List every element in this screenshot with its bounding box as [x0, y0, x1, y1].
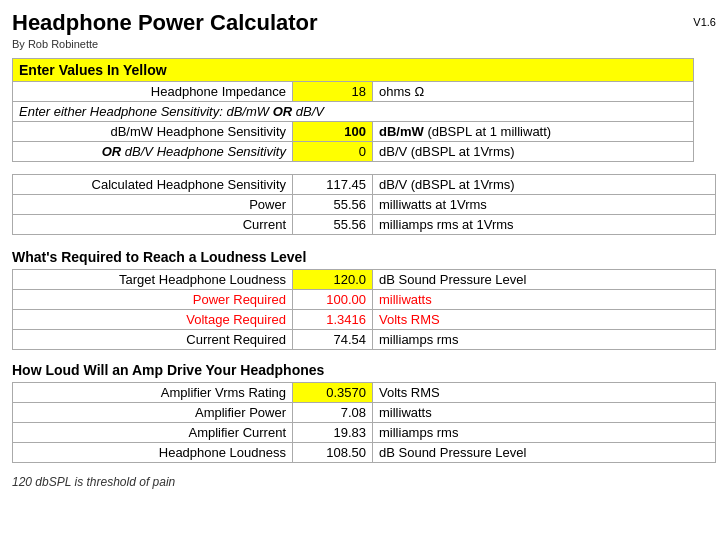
amp-vrms-label: Amplifier Vrms Rating	[13, 383, 293, 403]
impedance-unit: ohms Ω	[373, 82, 694, 102]
calc-sensitivity-value: 117.45	[293, 175, 373, 195]
current-required-unit: milliamps rms	[373, 330, 716, 350]
loudness-table: Target Headphone Loudness 120.0 dB Sound…	[12, 269, 716, 350]
dbv-unit: dB/V (dBSPL at 1Vrms)	[373, 142, 694, 162]
power-unit: milliwatts at 1Vrms	[373, 195, 716, 215]
input-table: Enter Values In Yellow Headphone Impedan…	[12, 58, 716, 162]
voltage-required-label: Voltage Required	[13, 310, 293, 330]
page-title: Headphone Power Calculator	[12, 10, 716, 36]
amp-power-unit: milliwatts	[373, 403, 716, 423]
amp-power-row: Amplifier Power 7.08 milliwatts	[13, 403, 716, 423]
dbv-label: OR dB/V Headphone Sensitivity	[13, 142, 293, 162]
voltage-required-row: Voltage Required 1.3416 Volts RMS	[13, 310, 716, 330]
current-required-row: Current Required 74.54 milliamps rms	[13, 330, 716, 350]
amp-current-value: 19.83	[293, 423, 373, 443]
amp-power-value: 7.08	[293, 403, 373, 423]
voltage-required-unit: Volts RMS	[373, 310, 716, 330]
dbmw-value[interactable]: 100	[293, 122, 373, 142]
dbv-value[interactable]: 0	[293, 142, 373, 162]
headphone-loudness-label: Headphone Loudness	[13, 443, 293, 463]
amp-vrms-row: Amplifier Vrms Rating 0.3570 Volts RMS	[13, 383, 716, 403]
amp-vrms-unit: Volts RMS	[373, 383, 716, 403]
sensitivity-note-row: Enter either Headphone Sensitivity: dB/m…	[13, 102, 716, 122]
amp-current-label: Amplifier Current	[13, 423, 293, 443]
target-loudness-row: Target Headphone Loudness 120.0 dB Sound…	[13, 270, 716, 290]
dbmw-row: dB/mW Headphone Sensitivity 100 dB/mW (d…	[13, 122, 716, 142]
amp-table: Amplifier Vrms Rating 0.3570 Volts RMS A…	[12, 382, 716, 463]
current-row: Current 55.56 milliamps rms at 1Vrms	[13, 215, 716, 235]
power-required-value: 100.00	[293, 290, 373, 310]
amp-current-row: Amplifier Current 19.83 milliamps rms	[13, 423, 716, 443]
current-unit: milliamps rms at 1Vrms	[373, 215, 716, 235]
current-required-label: Current Required	[13, 330, 293, 350]
power-label: Power	[13, 195, 293, 215]
enter-values-header: Enter Values In Yellow	[13, 59, 694, 82]
impedance-value[interactable]: 18	[293, 82, 373, 102]
sensitivity-note: Enter either Headphone Sensitivity: dB/m…	[13, 102, 694, 122]
power-value: 55.56	[293, 195, 373, 215]
target-loudness-label: Target Headphone Loudness	[13, 270, 293, 290]
pain-note: 120 dbSPL is threshold of pain	[12, 475, 716, 489]
amp-power-label: Amplifier Power	[13, 403, 293, 423]
target-loudness-value[interactable]: 120.0	[293, 270, 373, 290]
amp-vrms-value[interactable]: 0.3570	[293, 383, 373, 403]
byline: By Rob Robinette	[12, 38, 716, 50]
amp-current-unit: milliamps rms	[373, 423, 716, 443]
calc-sensitivity-unit: dB/V (dBSPL at 1Vrms)	[373, 175, 716, 195]
headphone-loudness-value: 108.50	[293, 443, 373, 463]
impedance-row: Headphone Impedance 18 ohms Ω	[13, 82, 716, 102]
version-label: V1.6	[693, 16, 716, 28]
target-loudness-unit: dB Sound Pressure Level	[373, 270, 716, 290]
section3-title: What's Required to Reach a Loudness Leve…	[12, 249, 716, 265]
current-required-value: 74.54	[293, 330, 373, 350]
power-row: Power 55.56 milliwatts at 1Vrms	[13, 195, 716, 215]
current-label: Current	[13, 215, 293, 235]
power-required-label: Power Required	[13, 290, 293, 310]
headphone-loudness-row: Headphone Loudness 108.50 dB Sound Press…	[13, 443, 716, 463]
calculated-table: Calculated Headphone Sensitivity 117.45 …	[12, 174, 716, 235]
dbmw-unit: dB/mW (dBSPL at 1 milliwatt)	[373, 122, 694, 142]
current-value: 55.56	[293, 215, 373, 235]
section4-title: How Loud Will an Amp Drive Your Headphon…	[12, 362, 716, 378]
impedance-label: Headphone Impedance	[13, 82, 293, 102]
power-required-unit: milliwatts	[373, 290, 716, 310]
calc-sensitivity-label: Calculated Headphone Sensitivity	[13, 175, 293, 195]
headphone-loudness-unit: dB Sound Pressure Level	[373, 443, 716, 463]
voltage-required-value: 1.3416	[293, 310, 373, 330]
power-required-row: Power Required 100.00 milliwatts	[13, 290, 716, 310]
calc-sensitivity-row: Calculated Headphone Sensitivity 117.45 …	[13, 175, 716, 195]
dbmw-label: dB/mW Headphone Sensitivity	[13, 122, 293, 142]
dbv-row: OR dB/V Headphone Sensitivity 0 dB/V (dB…	[13, 142, 716, 162]
